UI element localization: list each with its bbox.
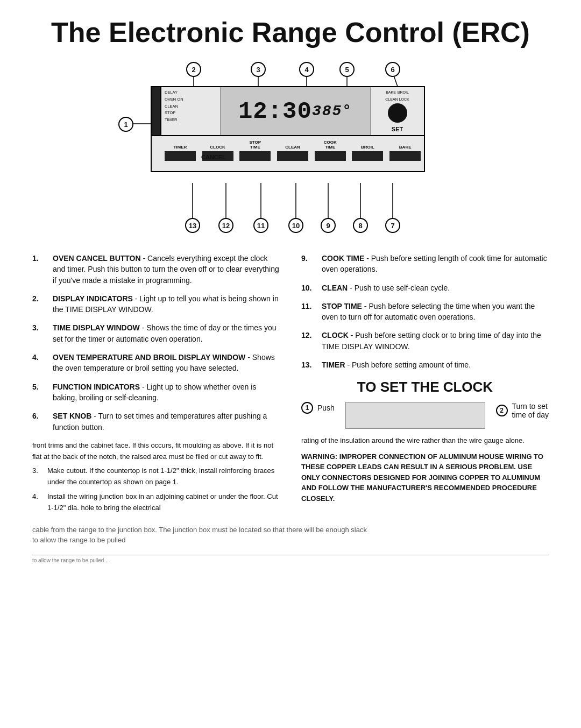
misc-item-4-num: 4. [32, 491, 43, 514]
content-area: 1. OVEN CANCEL BUTTON - Cancels everythi… [32, 253, 549, 517]
misc-item-3-text: Make cutout. If the countertop is not 1-… [47, 465, 280, 488]
item-10-text: CLEAN - Push to use self-clean cycle. [322, 282, 450, 293]
callout-10: 10 [288, 218, 303, 233]
item-9-text: COOK TIME - Push before setting length o… [322, 253, 549, 275]
item-3: 3. TIME DISPLAY WINDOW - Shows the time … [32, 322, 280, 344]
panel-buttons: TIMER CLOCK STOPTIME CLEAN COOKTIME [152, 136, 424, 171]
step-1-circle: 1 [301, 402, 313, 414]
item-9-num: 9. [301, 253, 316, 275]
clock-step-2: 2 Turn to settime of day [496, 402, 549, 419]
display-time: 12:30 [238, 98, 312, 125]
indicator-delay: DELAY [165, 89, 217, 96]
item-6-text: SET KNOB - Turn to set times and tempera… [53, 411, 280, 433]
misc-item-3-num: 3. [32, 465, 43, 488]
item-13: 13. TIMER - Push before setting amount o… [301, 359, 549, 370]
step-1-label: Push [317, 404, 335, 412]
callout-2: 2 [186, 62, 201, 77]
callout-12: 12 [218, 218, 233, 233]
item-10-num: 10. [301, 282, 316, 293]
panel-display-area: 12:30 385° [221, 87, 370, 135]
callout-5: 5 [339, 62, 355, 77]
item-11-text: STOP TIME - Push before selecting the ti… [322, 301, 549, 323]
callout-7: 7 [385, 218, 400, 233]
btn-broil-label: BROIL [361, 138, 374, 150]
step-2-circle: 2 [496, 405, 508, 416]
warning-text: WARNING: IMPROPER CONNECTION OF ALUMINUM… [301, 453, 543, 503]
item-1-text: OVEN CANCEL BUTTON - Cancels everything … [53, 253, 280, 286]
btn-cook-time[interactable] [315, 151, 346, 161]
erc-diagram: 2 3 4 5 6 1 DELAY OVEN ON CLEAN STOP TIM… [102, 59, 479, 242]
warning-block: WARNING: IMPROPER CONNECTION OF ALUMINUM… [301, 451, 549, 504]
btn-timer[interactable] [165, 151, 196, 161]
footer-text-1: cable from the range to the junction box… [32, 526, 549, 534]
item-1: 1. OVEN CANCEL BUTTON - Cancels everythi… [32, 253, 280, 286]
bake-broil-labels: BAKE BROIL [386, 90, 409, 94]
item-11: 11. STOP TIME - Push before selecting th… [301, 301, 549, 323]
item-6-num: 6. [32, 411, 47, 433]
callout-4: 4 [299, 62, 314, 77]
item-2: 2. DISPLAY INDICATORS - Light up to tell… [32, 293, 280, 315]
footer-caption: to allow the range to be pulled... [32, 557, 549, 563]
btn-clean[interactable] [277, 151, 308, 161]
item-10: 10. CLEAN - Push to use self-clean cycle… [301, 282, 549, 293]
footer-text-2: to allow the range to be pulled [32, 536, 549, 544]
indicator-oven-on: OVEN ON [165, 96, 217, 103]
item-1-num: 1. [32, 253, 47, 286]
indicator-stop: STOP [165, 110, 217, 117]
btn-bake[interactable] [389, 151, 421, 161]
indicator-clean: CLEAN [165, 103, 217, 110]
btn-group-cook-time: COOKTIME [311, 138, 349, 161]
btn-bake-label: BAKE [399, 138, 412, 150]
bake-label: BAKE [386, 90, 396, 94]
callout-3: 3 [251, 62, 266, 77]
btn-group-broil: BROIL [349, 138, 387, 161]
item-11-num: 11. [301, 301, 316, 323]
set-clock-title: TO SET THE CLOCK [301, 379, 549, 395]
item-12-text: CLOCK - Push before setting clock or to … [322, 330, 549, 352]
step-2-label: Turn to settime of day [512, 402, 549, 419]
display-temp: 385° [312, 103, 352, 119]
set-label: SET [392, 126, 403, 132]
btn-group-clean: CLEAN [274, 138, 311, 161]
btn-cook-time-label: COOKTIME [324, 138, 337, 150]
bottom-divider [32, 555, 549, 555]
item-13-text: TIMER - Push before setting amount of ti… [322, 359, 471, 370]
set-knob[interactable] [388, 103, 407, 123]
cancel-label: CANCEL [201, 154, 226, 160]
btn-group-stop-time: STOPTIME [236, 138, 274, 161]
misc-items: front trims and the cabinet face. If thi… [32, 440, 280, 514]
item-12: 12. CLOCK - Push before setting clock or… [301, 330, 549, 352]
btn-stop-time-label: STOPTIME [249, 138, 261, 150]
item-5: 5. FUNCTION INDICATORS - Light up to sho… [32, 381, 280, 404]
right-column: 9. COOK TIME - Push before setting lengt… [301, 253, 549, 517]
btn-timer-label: TIMER [173, 138, 187, 150]
clock-button-visual [345, 402, 485, 429]
left-column: 1. OVEN CANCEL BUTTON - Cancels everythi… [32, 253, 280, 517]
clock-set-area: 1 Push 2 Turn to settime of day [301, 402, 549, 429]
broil-label: BROIL [398, 90, 409, 94]
callout-8: 8 [353, 218, 368, 233]
item-5-text: FUNCTION INDICATORS - Light up to show w… [53, 381, 280, 404]
misc-item-3: 3. Make cutout. If the countertop is not… [32, 465, 280, 488]
panel-left-strip [152, 87, 161, 135]
erc-panel: DELAY OVEN ON CLEAN STOP TIMER 12:30 385… [151, 86, 425, 172]
item-13-num: 13. [301, 359, 316, 370]
item-4-num: 4. [32, 352, 47, 374]
page-title: The Electronic Range Control (ERC) [32, 16, 549, 48]
item-2-num: 2. [32, 293, 47, 315]
panel-right-area: BAKE BROIL CLEAN LOCK SET [370, 87, 424, 135]
btn-clean-label: CLEAN [285, 138, 300, 150]
btn-stop-time[interactable] [239, 151, 271, 161]
misc-item-4: 4. Install the wiring junction box in an… [32, 491, 280, 514]
panel-top: DELAY OVEN ON CLEAN STOP TIMER 12:30 385… [152, 87, 424, 136]
callout-6: 6 [385, 62, 400, 77]
callout-1: 1 [118, 117, 133, 132]
item-6: 6. SET KNOB - Turn to set times and temp… [32, 411, 280, 433]
below-diagram-text: rating of the insulation around the wire… [301, 435, 549, 446]
item-4: 4. OVEN TEMPERATURE AND BROIL DISPLAY WI… [32, 352, 280, 374]
btn-group-bake: BAKE [386, 138, 424, 161]
btn-broil[interactable] [352, 151, 383, 161]
callout-11: 11 [253, 218, 268, 233]
misc-text-intro: front trims and the cabinet face. If thi… [32, 440, 280, 463]
callout-9: 9 [321, 218, 336, 233]
